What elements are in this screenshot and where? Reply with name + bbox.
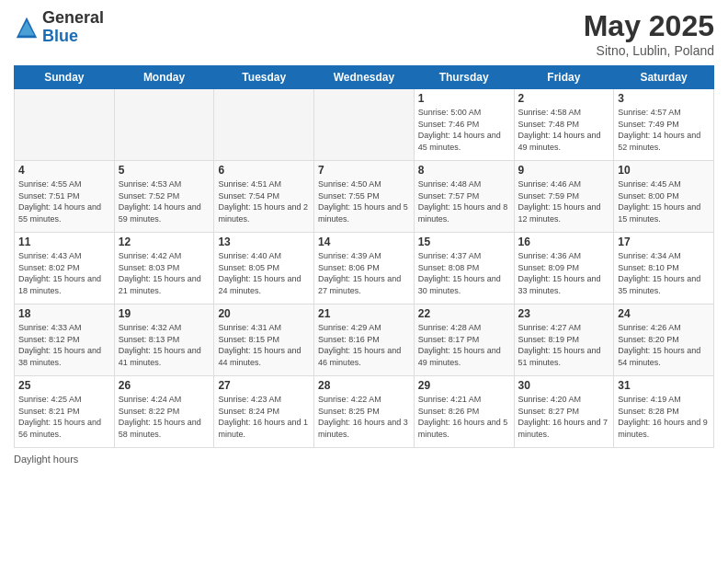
day-info: Sunrise: 4:26 AMSunset: 8:20 PMDaylight:… [618, 322, 710, 368]
calendar-day-cell: 2Sunrise: 4:58 AMSunset: 7:48 PMDaylight… [514, 89, 614, 161]
day-info: Sunrise: 4:31 AMSunset: 8:15 PMDaylight:… [218, 322, 310, 368]
calendar-day-header-wednesday: Wednesday [314, 66, 415, 89]
calendar-header-row: SundayMondayTuesdayWednesdayThursdayFrid… [15, 66, 714, 89]
day-info: Sunrise: 4:20 AMSunset: 8:27 PMDaylight:… [518, 394, 610, 440]
calendar-day-cell: 3Sunrise: 4:57 AMSunset: 7:49 PMDaylight… [614, 89, 714, 161]
title-section: May 2025 Sitno, Lublin, Poland [584, 9, 714, 58]
day-info: Sunrise: 4:25 AMSunset: 8:21 PMDaylight:… [18, 394, 110, 440]
day-number: 23 [518, 307, 610, 320]
calendar-day-cell: 19Sunrise: 4:32 AMSunset: 8:13 PMDayligh… [114, 304, 214, 376]
day-info: Sunrise: 4:50 AMSunset: 7:55 PMDaylight:… [318, 178, 410, 224]
logo: General Blue [14, 9, 104, 46]
calendar-empty-cell [114, 89, 214, 161]
logo-icon [14, 15, 40, 40]
day-number: 15 [418, 236, 510, 248]
calendar-day-cell: 14Sunrise: 4:39 AMSunset: 8:06 PMDayligh… [314, 233, 415, 304]
day-number: 3 [618, 92, 710, 105]
calendar-day-cell: 30Sunrise: 4:20 AMSunset: 8:27 PMDayligh… [514, 376, 614, 448]
day-number: 2 [518, 92, 610, 105]
day-number: 14 [318, 236, 410, 248]
day-number: 20 [218, 307, 310, 320]
calendar-day-cell: 6Sunrise: 4:51 AMSunset: 7:54 PMDaylight… [214, 161, 314, 233]
day-info: Sunrise: 4:34 AMSunset: 8:10 PMDaylight:… [618, 250, 710, 296]
day-info: Sunrise: 4:40 AMSunset: 8:05 PMDaylight:… [218, 250, 310, 296]
calendar-day-cell: 28Sunrise: 4:22 AMSunset: 8:25 PMDayligh… [314, 376, 415, 448]
calendar-day-cell: 15Sunrise: 4:37 AMSunset: 8:08 PMDayligh… [414, 233, 514, 304]
day-info: Sunrise: 4:22 AMSunset: 8:25 PMDaylight:… [318, 394, 410, 440]
calendar-week-row: 25Sunrise: 4:25 AMSunset: 8:21 PMDayligh… [15, 376, 714, 448]
calendar-day-cell: 17Sunrise: 4:34 AMSunset: 8:10 PMDayligh… [614, 233, 714, 304]
day-info: Sunrise: 4:28 AMSunset: 8:17 PMDaylight:… [418, 322, 510, 368]
calendar-day-cell: 24Sunrise: 4:26 AMSunset: 8:20 PMDayligh… [614, 304, 714, 376]
logo-text: General Blue [42, 9, 104, 46]
day-info: Sunrise: 4:24 AMSunset: 8:22 PMDaylight:… [119, 394, 210, 440]
day-number: 26 [119, 379, 210, 392]
day-number: 1 [418, 92, 510, 105]
day-info: Sunrise: 4:53 AMSunset: 7:52 PMDaylight:… [119, 178, 210, 224]
calendar-week-row: 4Sunrise: 4:55 AMSunset: 7:51 PMDaylight… [15, 161, 714, 233]
calendar-day-cell: 29Sunrise: 4:21 AMSunset: 8:26 PMDayligh… [414, 376, 514, 448]
day-number: 11 [18, 236, 110, 248]
calendar-day-cell: 11Sunrise: 4:43 AMSunset: 8:02 PMDayligh… [15, 233, 115, 304]
day-number: 4 [18, 164, 110, 177]
day-number: 29 [418, 379, 510, 392]
calendar-day-cell: 16Sunrise: 4:36 AMSunset: 8:09 PMDayligh… [514, 233, 614, 304]
day-info: Sunrise: 4:55 AMSunset: 7:51 PMDaylight:… [18, 178, 110, 224]
day-info: Sunrise: 4:57 AMSunset: 7:49 PMDaylight:… [618, 107, 710, 153]
page: General Blue May 2025 Sitno, Lublin, Pol… [0, 0, 728, 563]
calendar-day-cell: 21Sunrise: 4:29 AMSunset: 8:16 PMDayligh… [314, 304, 415, 376]
day-number: 25 [18, 379, 110, 392]
calendar-table: SundayMondayTuesdayWednesdayThursdayFrid… [14, 65, 714, 448]
day-number: 19 [119, 307, 210, 320]
calendar-day-header-tuesday: Tuesday [214, 66, 314, 89]
day-info: Sunrise: 4:39 AMSunset: 8:06 PMDaylight:… [318, 250, 410, 296]
calendar-day-cell: 7Sunrise: 4:50 AMSunset: 7:55 PMDaylight… [314, 161, 415, 233]
logo-general: General [42, 9, 104, 28]
calendar-day-cell: 9Sunrise: 4:46 AMSunset: 7:59 PMDaylight… [514, 161, 614, 233]
calendar-week-row: 18Sunrise: 4:33 AMSunset: 8:12 PMDayligh… [15, 304, 714, 376]
day-number: 27 [218, 379, 310, 392]
calendar-empty-cell [314, 89, 415, 161]
day-info: Sunrise: 4:58 AMSunset: 7:48 PMDaylight:… [518, 107, 610, 153]
calendar-day-cell: 23Sunrise: 4:27 AMSunset: 8:19 PMDayligh… [514, 304, 614, 376]
day-info: Sunrise: 5:00 AMSunset: 7:46 PMDaylight:… [418, 107, 510, 153]
calendar-day-cell: 25Sunrise: 4:25 AMSunset: 8:21 PMDayligh… [15, 376, 115, 448]
day-info: Sunrise: 4:29 AMSunset: 8:16 PMDaylight:… [318, 322, 410, 368]
calendar-day-header-sunday: Sunday [15, 66, 115, 89]
day-info: Sunrise: 4:45 AMSunset: 8:00 PMDaylight:… [618, 178, 710, 224]
month-title: May 2025 [584, 9, 714, 43]
calendar-week-row: 1Sunrise: 5:00 AMSunset: 7:46 PMDaylight… [15, 89, 714, 161]
day-info: Sunrise: 4:48 AMSunset: 7:57 PMDaylight:… [418, 178, 510, 224]
day-number: 10 [618, 164, 710, 177]
day-number: 6 [218, 164, 310, 177]
calendar-empty-cell [214, 89, 314, 161]
day-number: 9 [518, 164, 610, 177]
calendar-day-header-thursday: Thursday [414, 66, 514, 89]
day-info: Sunrise: 4:19 AMSunset: 8:28 PMDaylight:… [618, 394, 710, 440]
calendar-day-cell: 8Sunrise: 4:48 AMSunset: 7:57 PMDaylight… [414, 161, 514, 233]
calendar-day-cell: 13Sunrise: 4:40 AMSunset: 8:05 PMDayligh… [214, 233, 314, 304]
calendar-empty-cell [15, 89, 115, 161]
day-info: Sunrise: 4:23 AMSunset: 8:24 PMDaylight:… [218, 394, 310, 440]
calendar-day-cell: 4Sunrise: 4:55 AMSunset: 7:51 PMDaylight… [15, 161, 115, 233]
calendar-day-cell: 12Sunrise: 4:42 AMSunset: 8:03 PMDayligh… [114, 233, 214, 304]
calendar-day-cell: 27Sunrise: 4:23 AMSunset: 8:24 PMDayligh… [214, 376, 314, 448]
calendar-day-header-saturday: Saturday [614, 66, 714, 89]
day-number: 24 [618, 307, 710, 320]
day-info: Sunrise: 4:43 AMSunset: 8:02 PMDaylight:… [18, 250, 110, 296]
calendar-day-cell: 20Sunrise: 4:31 AMSunset: 8:15 PMDayligh… [214, 304, 314, 376]
day-number: 18 [18, 307, 110, 320]
calendar-day-cell: 31Sunrise: 4:19 AMSunset: 8:28 PMDayligh… [614, 376, 714, 448]
calendar-day-header-monday: Monday [114, 66, 214, 89]
calendar-day-cell: 18Sunrise: 4:33 AMSunset: 8:12 PMDayligh… [15, 304, 115, 376]
day-info: Sunrise: 4:37 AMSunset: 8:08 PMDaylight:… [418, 250, 510, 296]
calendar-day-cell: 5Sunrise: 4:53 AMSunset: 7:52 PMDaylight… [114, 161, 214, 233]
calendar-day-cell: 10Sunrise: 4:45 AMSunset: 8:00 PMDayligh… [614, 161, 714, 233]
location: Sitno, Lublin, Poland [584, 43, 714, 58]
calendar-week-row: 11Sunrise: 4:43 AMSunset: 8:02 PMDayligh… [15, 233, 714, 304]
day-info: Sunrise: 4:33 AMSunset: 8:12 PMDaylight:… [18, 322, 110, 368]
day-number: 31 [618, 379, 710, 392]
day-info: Sunrise: 4:42 AMSunset: 8:03 PMDaylight:… [119, 250, 210, 296]
day-info: Sunrise: 4:32 AMSunset: 8:13 PMDaylight:… [119, 322, 210, 368]
day-number: 5 [119, 164, 210, 177]
